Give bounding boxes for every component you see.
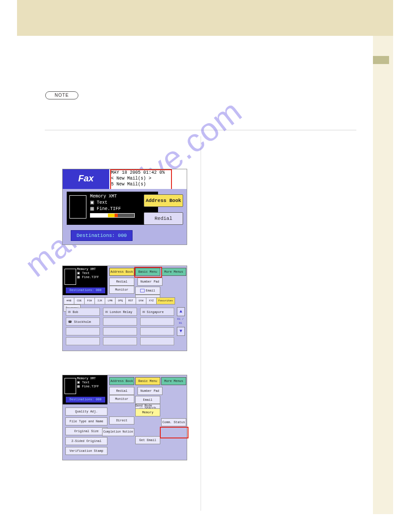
text-mode-label: ▣ Text bbox=[77, 381, 99, 385]
send-mode-memory[interactable]: Memory bbox=[135, 408, 160, 416]
screenshot-address-book: Memory XMT ▣ Text ▦ Fine.TIFF Destinatio… bbox=[63, 266, 187, 351]
tab-address-book[interactable]: Address Book bbox=[109, 377, 134, 385]
divider-vertical bbox=[201, 137, 201, 511]
alpha-tab-row: #ABCDEFGHIJKLMNOPQRSTUVWXYZFavoritesProg… bbox=[64, 297, 186, 305]
redial-button[interactable]: Redial bbox=[144, 212, 183, 225]
highlight-basic-menu bbox=[134, 267, 162, 278]
contact-cell[interactable] bbox=[66, 327, 100, 335]
numberpad-button[interactable]: Number Pad bbox=[137, 278, 163, 286]
destinations-pill[interactable]: Destinations: 000 bbox=[66, 287, 105, 293]
tab-address-book[interactable]: Address Book bbox=[109, 268, 134, 276]
text-mode-label: ▣ Text bbox=[77, 271, 99, 275]
alpha-tab[interactable]: IJK bbox=[94, 297, 105, 305]
tab-more-menus[interactable]: More Menus bbox=[161, 268, 186, 276]
alpha-tab[interactable]: UVW bbox=[136, 297, 146, 305]
contact-cell[interactable]: ✉ London Relay bbox=[103, 308, 137, 316]
alpha-tab[interactable]: LMN bbox=[105, 297, 116, 305]
page-arrows: ▲ 01 / 01 ▼ bbox=[177, 307, 185, 337]
destinations-pill[interactable]: Destinations: 000 bbox=[66, 397, 105, 403]
contact-cell[interactable]: ✉ Bob bbox=[66, 308, 100, 316]
send-mode-label: Send Mode bbox=[135, 404, 152, 408]
screenshot-basic-menu: Memory XMT ▣ Text ▦ Fine.TIFF Destinatio… bbox=[63, 375, 187, 460]
doc-preview-icon bbox=[64, 378, 76, 394]
contact-cell[interactable] bbox=[140, 337, 174, 345]
status-panel: Memory XMT ▣ Text ▦ Fine.TIFF Destinatio… bbox=[63, 375, 107, 404]
note-pill: NOTE bbox=[45, 91, 78, 99]
email-button[interactable]: Email bbox=[135, 396, 160, 404]
arrow-up-icon[interactable]: ▲ bbox=[177, 307, 185, 316]
resolution-label: ▦ Fine.TIFF bbox=[77, 275, 99, 279]
completion-notice-button[interactable]: Completion Notice bbox=[102, 428, 134, 436]
memory-xmt-label: Memory XMT bbox=[90, 193, 121, 200]
verification-stamp-button[interactable]: Verification Stamp bbox=[65, 447, 107, 455]
contact-cell[interactable]: ✉ Singapore Relay bbox=[140, 308, 174, 316]
contact-cell[interactable] bbox=[140, 317, 174, 326]
page-header-band bbox=[17, 0, 393, 36]
quality-adj-button[interactable]: Quality Adj. bbox=[65, 408, 107, 416]
monitor-button[interactable]: Monitor bbox=[109, 395, 134, 403]
two-sided-original-button[interactable]: 2-Sided Original bbox=[65, 437, 107, 445]
alpha-tab[interactable]: CDE bbox=[74, 297, 85, 305]
alpha-tab[interactable]: FGH bbox=[84, 297, 95, 305]
highlight-get-email bbox=[160, 427, 188, 438]
text-mode-label: ▣ Text bbox=[90, 200, 121, 206]
screenshot-fax-home: Fax MAY 18 2005 01:42 0% < New Mail(s) >… bbox=[63, 169, 187, 245]
page-indicator: 01 / 01 bbox=[177, 317, 184, 326]
contact-cell[interactable] bbox=[103, 317, 137, 326]
mode-title: Fax bbox=[63, 169, 109, 189]
highlight-new-mail bbox=[110, 169, 172, 191]
section-tab bbox=[373, 56, 389, 64]
memory-meter bbox=[90, 213, 135, 218]
doc-preview-icon bbox=[64, 269, 76, 285]
contact-cell[interactable]: ☎ Stockholm bbox=[66, 317, 100, 326]
contacts-grid: ✉ Bob ✉ London Relay ✉ Singapore Relay ☎… bbox=[65, 307, 175, 347]
right-margin-band bbox=[373, 36, 393, 514]
destinations-pill[interactable]: Destinations: 000 bbox=[71, 230, 133, 241]
memory-xmt-label: Memory XMT bbox=[77, 267, 99, 271]
alpha-tab[interactable]: RST bbox=[125, 297, 136, 305]
contact-cell[interactable] bbox=[103, 327, 137, 335]
alpha-tab[interactable]: XYZ bbox=[146, 297, 157, 305]
page-footer-gap bbox=[373, 519, 393, 532]
send-mode-direct[interactable]: Direct bbox=[109, 416, 134, 425]
contact-cell[interactable] bbox=[140, 327, 174, 335]
numberpad-button[interactable]: Number Pad bbox=[137, 387, 163, 395]
tab-basic-menu[interactable]: Basic Menu bbox=[135, 377, 160, 385]
contact-cell[interactable] bbox=[66, 337, 100, 345]
contact-cell[interactable] bbox=[103, 337, 137, 345]
resolution-label: ▦ Fine.TIFF bbox=[77, 385, 99, 389]
comm-status-button[interactable]: Comm. Status bbox=[161, 418, 186, 426]
original-size-button[interactable]: Original Size bbox=[65, 427, 107, 435]
monitor-button[interactable]: Monitor bbox=[109, 286, 134, 294]
doc-preview-icon bbox=[69, 195, 86, 219]
mail-icon bbox=[140, 289, 145, 292]
redial-button[interactable]: Redial bbox=[109, 387, 134, 395]
email-button[interactable]: Email bbox=[135, 287, 160, 295]
status-panel: Memory XMT ▣ Text ▦ Fine.TIFF Destinatio… bbox=[63, 266, 107, 295]
arrow-down-icon[interactable]: ▼ bbox=[177, 327, 185, 336]
file-type-name-button[interactable]: File Type and Name bbox=[65, 417, 107, 425]
address-book-button[interactable]: Address Book bbox=[144, 194, 183, 207]
resolution-label: ▦ Fine.TIFF bbox=[90, 206, 121, 212]
divider-horizontal bbox=[45, 130, 356, 130]
favorites-tab[interactable]: Favorites bbox=[156, 297, 175, 305]
tab-more-menus[interactable]: More Menus bbox=[161, 377, 186, 385]
redial-button[interactable]: Redial bbox=[109, 278, 134, 286]
get-email-button[interactable]: Get Email bbox=[135, 436, 160, 444]
alpha-tab[interactable]: #AB bbox=[64, 297, 74, 305]
alpha-tab[interactable]: OPQ bbox=[115, 297, 126, 305]
memory-xmt-label: Memory XMT bbox=[77, 377, 99, 381]
